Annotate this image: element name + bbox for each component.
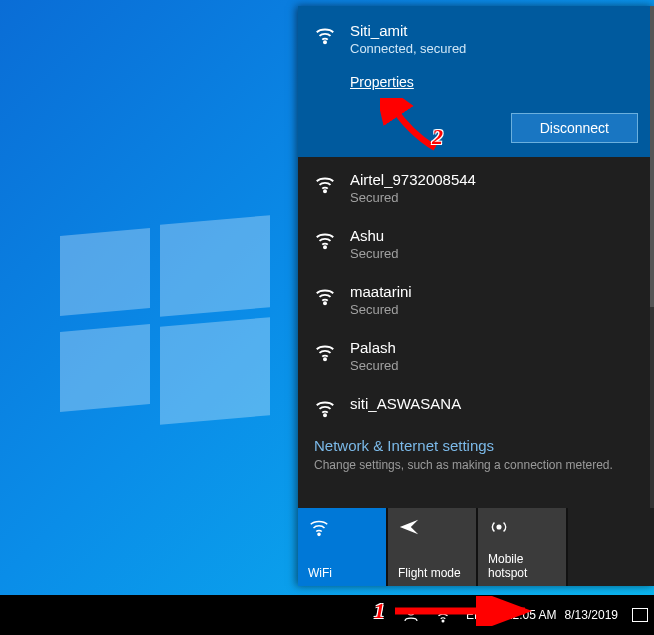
wifi-icon (314, 397, 336, 419)
connected-network-name: Siti_amit (350, 22, 466, 39)
available-network-item[interactable]: maatariniSecured (298, 269, 654, 325)
disconnect-button[interactable]: Disconnect (511, 113, 638, 143)
network-status: Secured (350, 190, 476, 205)
network-name: Airtel_9732008544 (350, 171, 476, 188)
svg-point-0 (324, 41, 326, 43)
svg-point-7 (497, 525, 501, 529)
tile-mobile-hotspot[interactable]: Mobile hotspot (478, 508, 568, 586)
svg-point-5 (324, 414, 326, 416)
tile-flight-label: Flight mode (398, 566, 468, 580)
svg-point-8 (408, 609, 414, 615)
network-name: Ashu (350, 227, 398, 244)
tile-flight-mode[interactable]: Flight mode (388, 508, 478, 586)
tray-date: 8/13/2019 (565, 608, 618, 622)
svg-point-4 (324, 358, 326, 360)
tray-people-icon[interactable] (402, 606, 420, 624)
windows-logo (60, 220, 270, 420)
tile-wifi[interactable]: WiFi (298, 508, 388, 586)
annotation-number-2: 2 (432, 124, 443, 150)
connected-network-panel[interactable]: Siti_amit Connected, secured Properties … (298, 6, 654, 157)
tray-time: 12:05 AM (506, 608, 557, 622)
taskbar: ENG 12:05 AM 8/13/2019 (0, 595, 654, 635)
notification-icon (632, 608, 648, 622)
properties-link[interactable]: Properties (350, 74, 414, 90)
wifi-icon (314, 341, 336, 363)
network-status: Secured (350, 302, 412, 317)
annotation-number-1: 1 (374, 598, 385, 624)
wifi-icon (314, 24, 336, 46)
svg-point-3 (324, 302, 326, 304)
available-network-item[interactable]: siti_ASWASANA (298, 381, 654, 427)
network-settings-subtitle: Change settings, such as making a connec… (314, 458, 638, 472)
connected-network-status: Connected, secured (350, 41, 466, 56)
network-flyout: Siti_amit Connected, secured Properties … (298, 6, 654, 586)
network-settings-link[interactable]: Network & Internet settings (314, 437, 638, 454)
tray-clock[interactable]: 12:05 AM 8/13/2019 (506, 608, 618, 622)
wifi-icon (308, 516, 378, 538)
network-status: Secured (350, 358, 398, 373)
hotspot-icon (488, 516, 558, 538)
wifi-icon (314, 229, 336, 251)
wifi-icon (314, 285, 336, 307)
network-status: Secured (350, 246, 398, 261)
svg-point-6 (318, 533, 320, 535)
network-name: Palash (350, 339, 398, 356)
tray-language[interactable]: ENG (466, 608, 492, 622)
tray-wifi-icon[interactable] (434, 606, 452, 624)
available-network-item[interactable]: Airtel_9732008544Secured (298, 157, 654, 213)
quick-action-tiles: WiFi Flight mode Mobile hotspot (298, 508, 654, 586)
svg-point-9 (442, 620, 444, 622)
available-network-item[interactable]: AshuSecured (298, 213, 654, 269)
wifi-icon (314, 173, 336, 195)
network-name: siti_ASWASANA (350, 395, 461, 412)
system-tray: ENG 12:05 AM 8/13/2019 (402, 606, 648, 624)
tile-hotspot-label: Mobile hotspot (488, 552, 558, 580)
flyout-scrollbar[interactable] (650, 6, 654, 508)
available-network-item[interactable]: PalashSecured (298, 325, 654, 381)
tile-wifi-label: WiFi (308, 566, 378, 580)
svg-point-2 (324, 246, 326, 248)
tray-notifications-icon[interactable] (632, 608, 648, 622)
network-name: maatarini (350, 283, 412, 300)
airplane-icon (398, 516, 468, 538)
svg-point-1 (324, 190, 326, 192)
